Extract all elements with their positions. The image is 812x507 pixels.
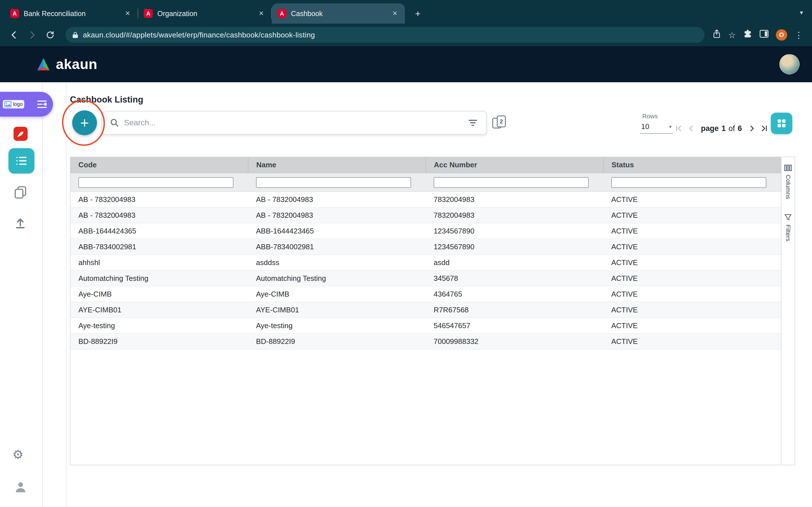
left-sidebar [0, 82, 43, 507]
column-header-code[interactable]: Code [70, 157, 248, 173]
table-cell: Aye-testing [70, 318, 248, 334]
user-avatar[interactable] [779, 54, 800, 74]
akaun-triangle-icon [36, 57, 51, 71]
table-row[interactable]: AB - 7832004983AB - 78320049837832004983… [70, 207, 781, 223]
table-cell: asdd [426, 255, 603, 270]
filter-input-acc-number[interactable] [434, 177, 589, 188]
column-header-name[interactable]: Name [248, 157, 426, 173]
table-cell: ACTIVE [603, 318, 781, 334]
browser-tab-cashbook[interactable]: A Cashbook ✕ [272, 3, 405, 24]
side-panel-icon[interactable] [760, 30, 769, 40]
profile-person-icon[interactable] [14, 481, 27, 496]
table-cell: 1234567890 [426, 239, 603, 255]
table-row[interactable]: ABB-7834002981ABB-78340029811234567890AC… [70, 239, 781, 255]
tab-close-icon[interactable]: ✕ [123, 9, 132, 18]
search-input[interactable] [124, 118, 462, 127]
url-text: akaun.cloud/#/applets/wavelet/erp/financ… [83, 31, 315, 40]
tab-list-chevron-icon[interactable]: ▾ [800, 9, 803, 16]
table-cell: ACTIVE [603, 223, 781, 239]
table-cell: Automatching Testing [248, 270, 426, 286]
column-header-acc-number[interactable]: Acc Number [426, 157, 603, 173]
grid-view-button[interactable] [771, 113, 792, 134]
broken-image-icon [4, 101, 11, 107]
grid-icon [776, 118, 787, 129]
table-cell: 7832004983 [426, 207, 603, 223]
table-cell: ACTIVE [603, 255, 781, 270]
table-cell: AB - 7832004983 [248, 207, 426, 223]
filter-input-code[interactable] [79, 177, 234, 188]
new-tab-button[interactable]: + [409, 5, 426, 22]
logo-alt-text: logo [13, 101, 22, 107]
rows-per-page-select[interactable]: 10 ▾ [640, 122, 673, 134]
table-row[interactable]: AB - 7832004983AB - 78320049837832004983… [70, 191, 781, 207]
back-icon[interactable] [7, 27, 21, 42]
column-header-status[interactable]: Status [603, 157, 781, 173]
sidebar-item-listing-active[interactable] [8, 148, 35, 173]
table-cell: 345678 [426, 270, 603, 286]
table-cell: ABB-7834002981 [70, 239, 248, 255]
table-row[interactable]: ahhshlasddssasddACTIVE [70, 255, 781, 270]
browser-tab-organization[interactable]: A Organization ✕ [138, 3, 271, 24]
of-word: of [728, 124, 735, 133]
sidebar-item-copy[interactable] [13, 185, 28, 202]
sidebar-item-upload[interactable] [13, 216, 27, 232]
table-cell: ACTIVE [603, 270, 781, 286]
previous-page-button[interactable] [688, 125, 695, 132]
broken-image-placeholder: logo [3, 100, 24, 108]
workspace: logo ⚙ Cashbook Listing + [0, 82, 812, 507]
table-row[interactable]: Automatching TestingAutomatching Testing… [70, 270, 781, 286]
current-page: 1 [721, 124, 726, 133]
forward-icon[interactable] [25, 27, 40, 42]
table-cell: ACTIVE [603, 239, 781, 255]
filter-lines-icon[interactable] [467, 118, 478, 127]
table-cell: AB - 7832004983 [70, 191, 248, 207]
add-cashbook-button[interactable]: + [72, 110, 97, 135]
browser-tab-bank-reconciliation[interactable]: A Bank Reconciliation ✕ [4, 3, 138, 24]
reload-icon[interactable] [43, 27, 57, 42]
table-row[interactable]: BD-88922I9BD-88922I970009988332ACTIVE [70, 334, 781, 349]
columns-tab[interactable]: Columns [784, 165, 792, 199]
next-page-button[interactable] [748, 125, 756, 132]
table-row[interactable]: Aye-CIMBAye-CIMB4364765ACTIVE [70, 286, 781, 302]
settings-gear-icon[interactable]: ⚙ [12, 448, 23, 461]
menu-expand-icon[interactable] [37, 100, 47, 108]
browser-url-bar: akaun.cloud/#/applets/wavelet/erp/financ… [0, 24, 812, 46]
duplicate-front-frame: 2 [497, 115, 506, 127]
table-row[interactable]: ABB-1644424365ABB-16444234651234567890AC… [70, 223, 781, 239]
table-side-tabs: Columns Filters [781, 157, 795, 465]
filter-input-status[interactable] [611, 177, 766, 188]
cashbook-table: Code Name Acc Number Status AB - 7832004… [70, 157, 781, 465]
pagination: page 1 of 6 [675, 122, 768, 135]
table-row[interactable]: AYE-CIMB01AYE-CIMB01R7R67568ACTIVE [70, 302, 781, 318]
bookmark-star-icon[interactable]: ☆ [728, 30, 736, 40]
table-cell: 546547657 [426, 318, 603, 334]
table-cell: 4364765 [426, 286, 603, 302]
content-divider [66, 82, 66, 507]
filter-input-name[interactable] [256, 177, 411, 188]
table-cell: R7R67568 [426, 302, 603, 318]
table-cell: ACTIVE [603, 191, 781, 207]
sidebar-logo-button[interactable]: logo [0, 92, 53, 117]
sidebar-item-acrobat[interactable] [13, 126, 28, 144]
table-cell: ACTIVE [603, 286, 781, 302]
browser-action-icons: ☆ O ⋮ [712, 29, 805, 41]
table-cell: Aye-CIMB [248, 286, 426, 302]
first-page-button[interactable] [675, 125, 682, 132]
address-bar[interactable]: akaun.cloud/#/applets/wavelet/erp/financ… [65, 27, 705, 43]
tab-close-icon[interactable]: ✕ [257, 9, 266, 18]
last-page-button[interactable] [761, 125, 768, 132]
browser-profile-badge[interactable]: O [776, 29, 787, 41]
share-icon[interactable] [712, 29, 721, 41]
table-cell: ABB-7834002981 [248, 239, 426, 255]
angular-favicon: A [10, 9, 19, 18]
tab-close-icon[interactable]: ✕ [391, 9, 399, 18]
table-body: AB - 7832004983AB - 78320049837832004983… [70, 191, 781, 349]
table-cell: ACTIVE [603, 207, 781, 223]
acrobat-icon [13, 126, 28, 142]
table-row[interactable]: Aye-testingAye-testing546547657ACTIVE [70, 318, 781, 334]
extensions-puzzle-icon[interactable] [743, 29, 752, 41]
rows-label: Rows [642, 113, 658, 120]
browser-menu-icon[interactable]: ⋮ [795, 30, 803, 40]
duplicate-view-icon[interactable]: 2 [492, 115, 507, 130]
filters-tab[interactable]: Filters [784, 214, 792, 241]
